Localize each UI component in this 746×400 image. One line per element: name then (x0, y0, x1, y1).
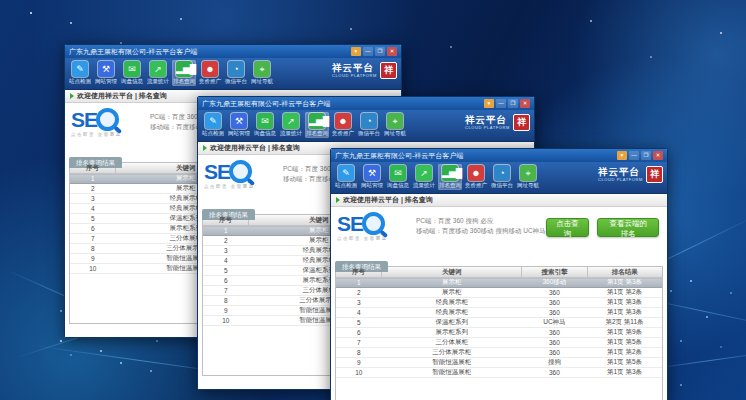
toolbar-item-wechat-platform[interactable]: ◔微信平台 (357, 112, 381, 138)
plexus-dots (60, 310, 62, 312)
toolbar-item-label: 竞价推广 (331, 130, 355, 137)
toolbar-item-label: 网站管理 (360, 182, 384, 189)
table-cell: 360 (522, 328, 587, 338)
toolbar-item-label: 站点检测 (68, 78, 92, 85)
table-row[interactable]: 6展示柜系列360第1页 第9条 (336, 328, 662, 338)
maximize-button[interactable]: ❐ (508, 99, 518, 108)
table-cell: 4 (70, 204, 116, 214)
minimize-button[interactable]: — (363, 47, 373, 56)
table-cell: 1 (70, 174, 116, 184)
close-button[interactable]: ✕ (387, 47, 397, 56)
title-bar[interactable]: 广东九鼎王展柜有限公司-祥云平台客户端 ▾ — ❐ ✕ (65, 45, 401, 58)
table-row[interactable]: 7三分体展柜360第1页 第5条 (336, 338, 662, 348)
toolbar-item-traffic-stats[interactable]: ↗流量统计 (279, 112, 303, 138)
brand-logo: 祥云平台 CLOUD PLATFORM 祥 (598, 166, 663, 183)
toolbar-item-bid-promo[interactable]: ☻竞价推广 (464, 164, 488, 190)
inquiry-info-icon: ✉ (390, 165, 406, 181)
site-manage-icon: ⚒ (364, 165, 380, 181)
toolbar-item-label: 微信平台 (357, 130, 381, 137)
table-cell: 7 (203, 286, 249, 296)
close-button[interactable]: ✕ (520, 99, 530, 108)
table-cell: 10 (70, 264, 116, 274)
toolbar-item-rank-query[interactable]: ▂▅█排名查询 (305, 112, 329, 138)
bid-promo-icon: ☻ (335, 113, 351, 129)
close-button[interactable]: ✕ (653, 151, 663, 160)
table-cell: 第2页 第11条 (587, 318, 662, 328)
table-cell: 5 (70, 214, 116, 224)
table-cell: 360 (522, 348, 587, 358)
toolbar-item-traffic-stats[interactable]: ↗流量统计 (412, 164, 436, 190)
toolbar-item-inquiry-info[interactable]: ✉询盘信息 (386, 164, 410, 190)
site-nav-icon: ⌖ (520, 165, 536, 181)
table-cell: 第1页 第2条 (587, 288, 662, 298)
title-bar[interactable]: 广东九鼎王展柜有限公司-祥云平台客户端 ▾ — ❐ ✕ (331, 149, 667, 162)
toolbar-item-bid-promo[interactable]: ☻竞价推广 (198, 60, 222, 86)
table-cell: 经典展示柜 (382, 308, 522, 318)
toolbar-item-label: 网站管理 (227, 130, 251, 137)
table-cell: 360 (522, 338, 587, 348)
brand-subtitle: CLOUD PLATFORM (598, 177, 643, 182)
seo-tagline: 点击即查 全面覆盖 (204, 184, 277, 189)
table-row[interactable]: 10智能恒温展柜360第1页 第3条 (336, 368, 662, 378)
table-row[interactable]: 8三分体展示柜360第1页 第2条 (336, 348, 662, 358)
table-row[interactable]: 2展示柜360第1页 第2条 (336, 288, 662, 298)
toolbar-item-site-manage[interactable]: ⚒网站管理 (360, 164, 384, 190)
toolbar-item-bid-promo[interactable]: ☻竞价推广 (331, 112, 355, 138)
main-toolbar: ✎站点检测⚒网站管理✉询盘信息↗流量统计▂▅█排名查询☻竞价推广◔微信平台⌖网址… (65, 58, 401, 90)
toolbar-item-site-manage[interactable]: ⚒网站管理 (227, 112, 251, 138)
toolbar-item-site-check[interactable]: ✎站点检测 (201, 112, 225, 138)
toolbar-item-site-nav[interactable]: ⌖网址导航 (516, 164, 540, 190)
toolbar-item-site-nav[interactable]: ⌖网址导航 (250, 60, 274, 86)
skin-button[interactable]: ▾ (484, 99, 494, 108)
maximize-button[interactable]: ❐ (641, 151, 651, 160)
table-cell: 2 (70, 184, 116, 194)
table-cell: 第1页 第3条 (587, 308, 662, 318)
stars-decoration (30, 12, 32, 14)
table-cell: 2 (203, 236, 249, 246)
toolbar-item-wechat-platform[interactable]: ◔微信平台 (224, 60, 248, 86)
wechat-platform-icon: ◔ (494, 165, 510, 181)
skin-button[interactable]: ▾ (351, 47, 361, 56)
site-check-icon: ✎ (205, 113, 221, 129)
toolbar-item-inquiry-info[interactable]: ✉询盘信息 (253, 112, 277, 138)
maximize-button[interactable]: ❐ (375, 47, 385, 56)
table-cell: 搜狗 (522, 358, 587, 368)
query-button[interactable]: 点击查询 (546, 218, 590, 237)
toolbar-item-label: 竞价推广 (198, 78, 222, 85)
toolbar-item-site-check[interactable]: ✎站点检测 (334, 164, 358, 190)
toolbar-item-site-manage[interactable]: ⚒网站管理 (94, 60, 118, 86)
toolbar-item-inquiry-info[interactable]: ✉询盘信息 (120, 60, 144, 86)
main-toolbar: ✎站点检测⚒网站管理✉询盘信息↗流量统计▂▅█排名查询☻竞价推广◔微信平台⌖网址… (198, 110, 534, 142)
table-cell: 360移动 (522, 278, 587, 288)
minimize-button[interactable]: — (496, 99, 506, 108)
main-toolbar: ✎站点检测⚒网站管理✉询盘信息↗流量统计▂▅█排名查询☻竞价推广◔微信平台⌖网址… (331, 162, 667, 194)
table-row[interactable]: 4经典展示柜360第1页 第3条 (336, 308, 662, 318)
toolbar-item-rank-query[interactable]: ▂▅█排名查询 (172, 60, 196, 86)
skin-button[interactable]: ▾ (617, 151, 627, 160)
table-cell: 第1页 第9条 (587, 328, 662, 338)
desktop-background: 广东九鼎王展柜有限公司-祥云平台客户端 ▾ — ❐ ✕ ✎站点检测⚒网站管理✉询… (0, 0, 746, 400)
table-row[interactable]: 5保温柜系列UC神马第2页 第11条 (336, 318, 662, 328)
table-row[interactable]: 9智能恒温展柜搜狗第1页 第5条 (336, 358, 662, 368)
toolbar-item-wechat-platform[interactable]: ◔微信平台 (490, 164, 514, 190)
magnifier-icon (96, 108, 119, 131)
toolbar-item-site-nav[interactable]: ⌖网址导航 (383, 112, 407, 138)
toolbar-item-traffic-stats[interactable]: ↗流量统计 (146, 60, 170, 86)
table-row[interactable]: 1展示柜360移动第1页 第3条 (336, 278, 662, 288)
table-cell: 2 (336, 288, 382, 298)
seo-logo: SE 点击即查 全面覆盖 (204, 160, 277, 189)
table-row[interactable]: 3经典展示柜360第1页 第3条 (336, 298, 662, 308)
flag-icon (70, 93, 74, 99)
view-cloud-rank-button[interactable]: 查看云端的排名 (597, 218, 659, 237)
toolbar-item-rank-query[interactable]: ▂▅█排名查询 (438, 164, 462, 190)
table-cell: 6 (203, 276, 249, 286)
toolbar-item-label: 询盘信息 (253, 130, 277, 137)
toolbar-item-site-check[interactable]: ✎站点检测 (68, 60, 92, 86)
inquiry-info-icon: ✉ (257, 113, 273, 129)
title-bar[interactable]: 广东九鼎王展柜有限公司-祥云平台客户端 ▾ — ❐ ✕ (198, 97, 534, 110)
inquiry-info-icon: ✉ (124, 61, 140, 77)
brand-name: 祥云平台 (598, 167, 643, 177)
minimize-button[interactable]: — (629, 151, 639, 160)
pc-engines-line: PC端：百度 360 搜狗 必应 (416, 216, 546, 226)
column-header: 搜索引擎 (522, 267, 587, 278)
